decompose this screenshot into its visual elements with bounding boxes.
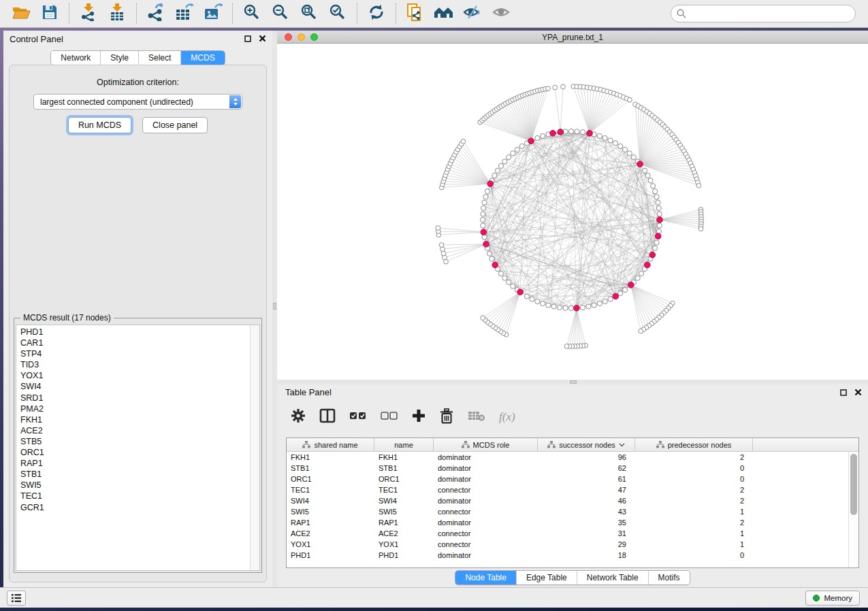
apply-layout-button[interactable]: [362, 1, 391, 26]
network-node[interactable]: [507, 155, 511, 160]
network-node[interactable]: [439, 243, 444, 248]
network-node[interactable]: [482, 200, 487, 205]
splitter-grip[interactable]: [273, 303, 276, 310]
network-node[interactable]: [482, 235, 487, 240]
command-tool-button[interactable]: [7, 591, 26, 606]
column-header-MCDS-role[interactable]: MCDS role: [434, 438, 538, 451]
cell[interactable]: FKH1: [287, 453, 374, 461]
cell[interactable]: YOX1: [287, 540, 374, 548]
network-window-titlebar[interactable]: YPA_prune.txt_1: [277, 31, 868, 44]
run-mcds-button[interactable]: Run MCDS: [68, 117, 131, 133]
mcds-result-item[interactable]: RAP1: [16, 458, 249, 469]
network-node[interactable]: [436, 226, 440, 231]
network-node[interactable]: [608, 297, 613, 301]
cell[interactable]: 1: [635, 508, 753, 516]
mcds-node[interactable]: [587, 131, 593, 137]
network-node[interactable]: [597, 301, 602, 306]
network-node[interactable]: [483, 195, 488, 199]
network-node[interactable]: [645, 173, 650, 178]
cell[interactable]: 2: [635, 453, 753, 461]
cell[interactable]: 1: [635, 529, 753, 538]
mcds-node[interactable]: [637, 161, 643, 167]
cell[interactable]: connector: [434, 486, 538, 494]
network-node[interactable]: [592, 303, 596, 308]
cell[interactable]: PHD1: [287, 551, 374, 559]
table-scrollbar[interactable]: [848, 452, 858, 567]
network-node[interactable]: [535, 135, 540, 140]
network-node[interactable]: [485, 189, 489, 194]
tab-node-table[interactable]: Node Table: [455, 571, 516, 584]
mcds-node[interactable]: [657, 217, 663, 223]
cell[interactable]: ACE2: [374, 529, 434, 538]
cell[interactable]: dominator: [434, 518, 538, 527]
column-header-predecessor-nodes[interactable]: predecessor nodes: [635, 438, 753, 451]
cell[interactable]: ACE2: [287, 529, 374, 538]
network-node[interactable]: [481, 223, 485, 228]
cell[interactable]: SWI5: [374, 508, 434, 516]
table-row[interactable]: SWI4SWI4dominator462: [287, 495, 858, 506]
mcds-result-item[interactable]: SWI5: [16, 480, 249, 491]
import-table-button[interactable]: [103, 1, 131, 26]
tab-motifs[interactable]: Motifs: [648, 571, 690, 584]
cell[interactable]: YOX1: [374, 540, 434, 548]
tab-edge-table[interactable]: Edge Table: [516, 571, 577, 584]
cell[interactable]: 18: [538, 551, 635, 559]
zoom-in-button[interactable]: [238, 1, 266, 26]
cell[interactable]: 2: [635, 518, 753, 527]
column-header-name[interactable]: name: [374, 438, 434, 451]
network-node[interactable]: [651, 184, 656, 188]
tab-network-table[interactable]: Network Table: [577, 571, 648, 584]
cell[interactable]: dominator: [434, 464, 538, 472]
cell[interactable]: TEC1: [287, 486, 374, 494]
network-node[interactable]: [551, 304, 556, 309]
network-node[interactable]: [511, 151, 515, 156]
cell[interactable]: 0: [635, 475, 753, 483]
network-node[interactable]: [698, 227, 703, 231]
cell[interactable]: 31: [538, 529, 635, 538]
mcds-node[interactable]: [649, 252, 656, 258]
mcds-node[interactable]: [645, 262, 651, 268]
mcds-result-item[interactable]: TEC1: [16, 491, 249, 501]
column-header-shared-name[interactable]: shared name: [287, 438, 374, 451]
network-node[interactable]: [440, 247, 445, 252]
cell[interactable]: 35: [538, 518, 635, 527]
vertical-splitter[interactable]: [272, 31, 277, 587]
mcds-list-scrollbar[interactable]: [250, 325, 259, 570]
network-node[interactable]: [586, 304, 591, 309]
cell[interactable]: ORC1: [287, 475, 374, 483]
network-node[interactable]: [602, 135, 607, 140]
network-node[interactable]: [597, 133, 602, 138]
network-node[interactable]: [654, 195, 659, 199]
network-node[interactable]: [654, 240, 659, 245]
network-node[interactable]: [530, 297, 534, 301]
mcds-node[interactable]: [517, 289, 524, 295]
cell[interactable]: connector: [434, 529, 538, 538]
table-row[interactable]: ORC1ORC1dominator610: [287, 474, 858, 484]
network-node[interactable]: [546, 303, 551, 308]
mcds-node[interactable]: [487, 181, 494, 187]
table-row[interactable]: YOX1YOX1connector291: [287, 539, 858, 550]
close-panel-button[interactable]: Close panel: [142, 117, 208, 133]
mcds-node[interactable]: [492, 262, 498, 268]
mcds-node[interactable]: [558, 129, 564, 135]
mcds-node[interactable]: [481, 229, 487, 235]
network-node[interactable]: [627, 151, 632, 156]
cell[interactable]: RAP1: [287, 518, 374, 527]
close-panel-icon[interactable]: [854, 389, 862, 396]
table-row[interactable]: PHD1PHD1dominator180: [287, 550, 858, 561]
tab-style[interactable]: Style: [100, 51, 138, 65]
network-node[interactable]: [575, 129, 579, 134]
mcds-result-item[interactable]: SRD1: [16, 393, 249, 403]
network-node[interactable]: [481, 205, 486, 210]
network-node[interactable]: [480, 217, 485, 222]
select-all-button[interactable]: [349, 411, 367, 423]
network-node[interactable]: [489, 257, 494, 261]
memory-button[interactable]: Memory: [805, 591, 860, 606]
network-node[interactable]: [657, 223, 662, 228]
network-node[interactable]: [580, 130, 585, 135]
zoom-selected-button[interactable]: [323, 1, 352, 26]
network-node[interactable]: [546, 86, 551, 91]
table-settings-button[interactable]: [291, 408, 306, 426]
mcds-result-item[interactable]: GCR1: [16, 502, 249, 513]
network-node[interactable]: [580, 305, 585, 310]
